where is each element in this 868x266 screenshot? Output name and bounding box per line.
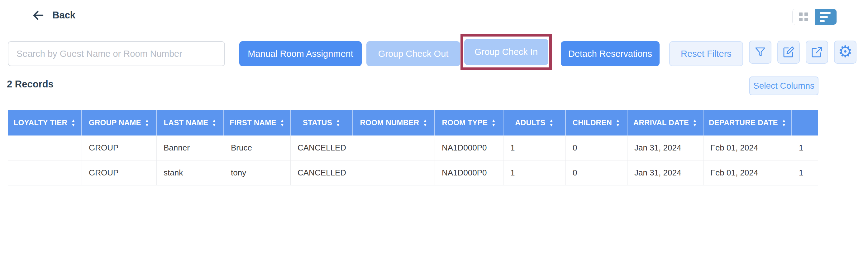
column-header-arrival-date[interactable]: ARRIVAL DATE▲▼ xyxy=(627,110,704,135)
grid-icon xyxy=(799,12,808,21)
cell-number: 1 xyxy=(792,135,818,160)
sort-icon: ▲▼ xyxy=(616,118,620,127)
sort-icon: ▲▼ xyxy=(692,118,697,127)
open-external-button[interactable] xyxy=(806,41,828,64)
cell-departure-date: Feb 01, 2024 xyxy=(704,160,792,185)
group-check-out-button[interactable]: Group Check Out xyxy=(366,41,460,66)
cell-last-name: Banner xyxy=(157,135,224,160)
sort-icon: ▲▼ xyxy=(423,118,427,127)
sort-icon: ▲▼ xyxy=(71,118,75,127)
manual-room-assignment-button[interactable]: Manual Room Assignment xyxy=(239,41,362,66)
search-input[interactable] xyxy=(8,41,225,66)
filter-icon xyxy=(754,46,767,58)
gear-icon: ⚙ xyxy=(838,44,853,60)
column-header-loyalty-tier[interactable]: LOYALTY TIER▲▼ xyxy=(8,110,82,135)
back-arrow-icon xyxy=(31,9,45,22)
cell-departure-date: Feb 01, 2024 xyxy=(704,135,792,160)
filter-button[interactable] xyxy=(749,41,771,64)
column-header-children[interactable]: CHILDREN▲▼ xyxy=(566,110,627,135)
edit-icon xyxy=(782,46,795,58)
cell-children: 0 xyxy=(566,160,627,185)
cell-first-name: Bruce xyxy=(224,135,291,160)
settings-button[interactable]: ⚙ xyxy=(834,41,857,64)
sort-icon: ▲▼ xyxy=(212,118,216,127)
sort-icon: ▲▼ xyxy=(145,118,149,127)
cell-status: CANCELLED xyxy=(291,160,353,185)
cell-room-number xyxy=(353,135,435,160)
column-header-room-number[interactable]: ROOM NUMBER▲▼ xyxy=(353,110,435,135)
cell-room-number xyxy=(353,160,435,185)
back-label: Back xyxy=(52,10,75,21)
view-toggle xyxy=(792,9,837,25)
cell-room-type: NA1D000P0 xyxy=(435,135,503,160)
column-header-departure-date[interactable]: DEPARTURE DATE▲▼ xyxy=(704,110,792,135)
annotation-highlight-box: Group Check In xyxy=(461,34,552,70)
column-header-group-name[interactable]: GROUP NAME▲▼ xyxy=(82,110,157,135)
cell-status: CANCELLED xyxy=(291,135,353,160)
cell-arrival-date: Jan 31, 2024 xyxy=(627,135,704,160)
detach-reservations-button[interactable]: Detach Reservations xyxy=(561,41,659,66)
column-header-first-name[interactable]: FIRST NAME▲▼ xyxy=(224,110,291,135)
cell-adults: 1 xyxy=(503,160,566,185)
cell-children: 0 xyxy=(566,135,627,160)
sort-icon: ▲▼ xyxy=(549,118,554,127)
column-header-room-type[interactable]: ROOM TYPE▲▼ xyxy=(435,110,503,135)
grid-view-button[interactable] xyxy=(793,9,815,25)
back-button[interactable]: Back xyxy=(31,9,75,22)
list-view-button[interactable] xyxy=(815,9,837,25)
sort-icon: ▲▼ xyxy=(280,118,284,127)
cell-loyalty-tier xyxy=(8,135,82,160)
sort-icon: ▲▼ xyxy=(336,118,340,127)
edit-button[interactable] xyxy=(777,41,800,64)
toolbar-icon-buttons: ⚙ xyxy=(749,41,857,64)
column-header-number[interactable]: NUMBER▲▼ xyxy=(792,110,818,135)
cell-group-name: GROUP xyxy=(82,160,157,185)
column-header-adults[interactable]: ADULTS▲▼ xyxy=(503,110,566,135)
cell-first-name: tony xyxy=(224,160,291,185)
cell-loyalty-tier xyxy=(8,160,82,185)
cell-last-name: stank xyxy=(157,160,224,185)
table-row[interactable]: GROUP stank tony CANCELLED NA1D000P0 1 0… xyxy=(8,160,818,185)
sort-icon: ▲▼ xyxy=(782,118,786,127)
cell-group-name: GROUP xyxy=(82,135,157,160)
cell-arrival-date: Jan 31, 2024 xyxy=(627,160,704,185)
list-icon xyxy=(820,12,831,22)
external-link-icon xyxy=(811,46,823,58)
select-columns-button[interactable]: Select Columns xyxy=(749,77,818,95)
sort-icon: ▲▼ xyxy=(491,118,496,127)
cell-number: 1 xyxy=(792,160,818,185)
cell-room-type: NA1D000P0 xyxy=(435,160,503,185)
table-header-row: LOYALTY TIER▲▼ GROUP NAME▲▼ LAST NAME▲▼ … xyxy=(8,110,818,135)
table-row[interactable]: GROUP Banner Bruce CANCELLED NA1D000P0 1… xyxy=(8,135,818,160)
reservations-table: LOYALTY TIER▲▼ GROUP NAME▲▼ LAST NAME▲▼ … xyxy=(8,110,818,185)
cell-adults: 1 xyxy=(503,135,566,160)
column-header-last-name[interactable]: LAST NAME▲▼ xyxy=(157,110,224,135)
group-check-in-button[interactable]: Group Check In xyxy=(464,39,548,65)
reset-filters-button[interactable]: Reset Filters xyxy=(669,41,743,66)
column-header-status[interactable]: STATUS▲▼ xyxy=(291,110,353,135)
records-count: 2 Records xyxy=(7,79,54,90)
